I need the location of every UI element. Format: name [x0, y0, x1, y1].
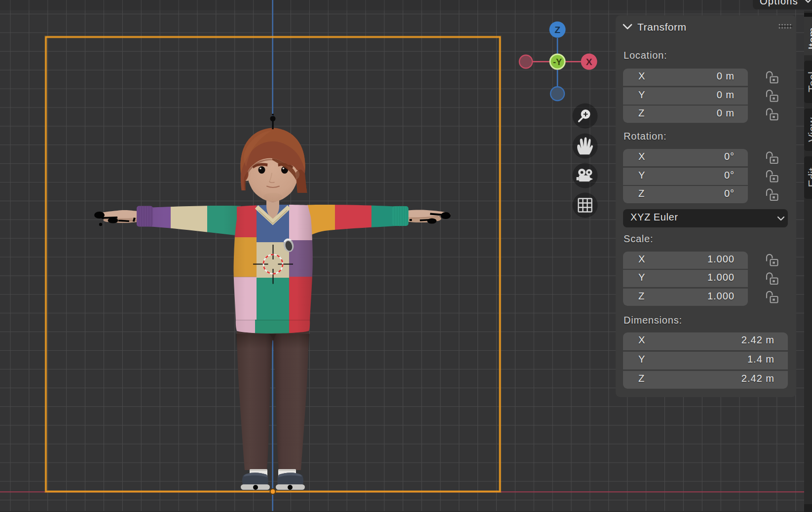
svg-text:-Y: -Y — [553, 57, 562, 67]
svg-text:X: X — [586, 57, 592, 67]
svg-text:Z: Z — [554, 25, 560, 35]
